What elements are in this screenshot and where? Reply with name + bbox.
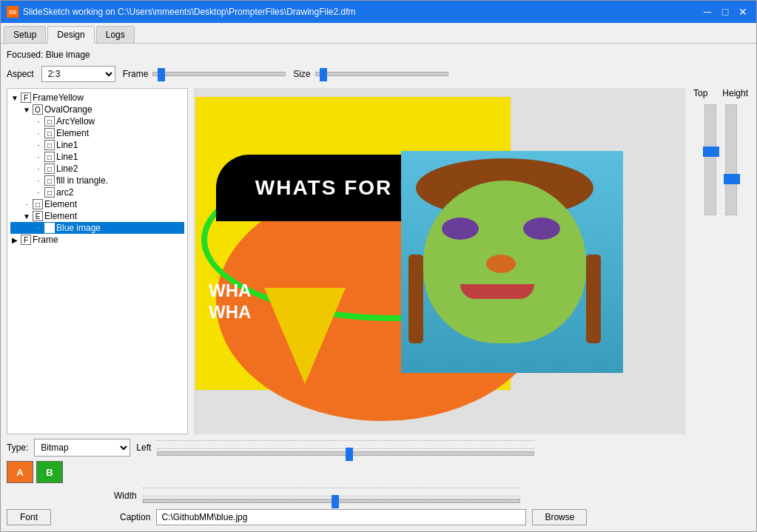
type-label: Type: [7, 442, 28, 453]
top-slider-track[interactable] [704, 104, 716, 215]
tree-item-element2[interactable]: · □ Element [10, 198, 184, 210]
tree-icon-line1a: □ [44, 140, 55, 150]
tree-item-arcyellow[interactable]: · □ ArcYellow [10, 115, 184, 127]
bottom-row-caption: Font Caption Browse [7, 509, 750, 525]
height-slider[interactable] [725, 104, 737, 215]
left-slider[interactable] [157, 451, 534, 456]
tree-item-blueimage[interactable]: · □ Blue image [10, 222, 184, 234]
height-slider-track[interactable] [725, 104, 737, 215]
tree-item-line1b[interactable]: · □ Line1 [10, 151, 184, 163]
tree-label-line1b: Line1 [56, 152, 78, 162]
tree-item-line1a[interactable]: · □ Line1 [10, 139, 184, 151]
left-slider-area [157, 440, 750, 456]
top-slider-thumb[interactable] [703, 147, 719, 157]
width-slider-thumb[interactable] [332, 495, 339, 508]
frame-label: Frame [123, 69, 149, 79]
tree-toggle-blueimage: · [34, 223, 43, 232]
tree-icon-line1b: □ [44, 152, 55, 162]
tab-design[interactable]: Design [47, 26, 94, 44]
tree-item-line2[interactable]: · □ Line2 [10, 163, 184, 175]
bottom-row-width: Width [7, 488, 750, 503]
tree-icon-ovalorange: O [33, 104, 43, 115]
color-b-button[interactable]: B [36, 461, 63, 483]
font-button[interactable]: Font [7, 509, 51, 525]
tree-item-frame[interactable]: ▶ F Frame [10, 234, 184, 246]
width-label: Width [114, 491, 137, 501]
tree-toggle-frameyellow[interactable]: ▼ [10, 93, 19, 102]
tree-label-element3: Element [44, 211, 77, 221]
top-controls-row: Aspect 2:3 4:3 16:9 1:1 Frame Size [7, 66, 750, 82]
tree-label-frameyellow: FrameYellow [33, 92, 84, 103]
browse-button[interactable]: Browse [532, 509, 587, 525]
aspect-select[interactable]: 2:3 4:3 16:9 1:1 [41, 66, 115, 82]
triangle-yellow [264, 288, 346, 384]
main-window: SS SlideSketch working on C:\Users\mmeen… [0, 0, 757, 532]
size-slider-thumb[interactable] [320, 68, 327, 81]
portrait-eye-left [442, 218, 479, 240]
width-slider[interactable] [143, 499, 520, 503]
canvas-area: WHATS FOR BREAKFAST WHA WHA [194, 88, 685, 434]
tree-label-element1: Element [56, 128, 89, 138]
vertical-sliders [704, 104, 737, 215]
canvas-content: WHATS FOR BREAKFAST WHA WHA [194, 95, 623, 434]
tree-label-frame: Frame [33, 235, 58, 245]
tree-item-ovalorange[interactable]: ▼ O OvalOrange [10, 104, 184, 115]
tree-label-blueimage: Blue image [56, 223, 101, 233]
tree-toggle-ovalorange[interactable]: ▼ [22, 105, 31, 114]
tree-toggle-frame[interactable]: ▶ [10, 235, 19, 244]
tree-item-element3[interactable]: ▼ E Element [10, 210, 184, 222]
title-bar-left: SS SlideSketch working on C:\Users\mmeen… [7, 6, 356, 18]
maximize-button[interactable]: □ [718, 4, 733, 19]
top-slider-label: Top [693, 88, 707, 98]
minimize-button[interactable]: ─ [700, 4, 715, 19]
left-slider-thumb[interactable] [346, 448, 353, 461]
tree-label-filltriangle: fill in triangle. [56, 175, 108, 186]
tree-item-filltriangle[interactable]: · □ fill in triangle. [10, 175, 184, 186]
tree-toggle-line1b: · [34, 152, 43, 161]
body-row: ▼ F FrameYellow ▼ O OvalOrange · □ ArcYe… [7, 88, 750, 434]
color-a-button[interactable]: A [7, 461, 33, 483]
tree-toggle-element1: · [34, 129, 43, 138]
frame-slider-thumb[interactable] [158, 68, 165, 81]
height-slider-thumb[interactable] [724, 174, 740, 184]
size-slider[interactable] [315, 72, 448, 76]
size-label: Size [293, 69, 310, 79]
close-button[interactable]: ✕ [736, 4, 750, 19]
orange-text-line1: WHA [209, 280, 251, 302]
width-slider-area [143, 488, 750, 503]
tree-icon-arc2: □ [44, 187, 55, 198]
content-area: Focused: Blue image Aspect 2:3 4:3 16:9 … [1, 44, 756, 531]
focused-label: Focused: Blue image [7, 50, 750, 60]
tree-label-element2: Element [44, 199, 77, 209]
type-select[interactable]: Bitmap Text Shape Line [34, 439, 130, 457]
portrait-painting [401, 151, 623, 373]
tree-item-element1[interactable]: · □ Element [10, 127, 184, 139]
tree-icon-line2: □ [44, 164, 55, 174]
ab-buttons-area: A B [7, 461, 114, 483]
frame-slider-group: Frame [123, 69, 286, 79]
height-slider-label: Height [722, 88, 748, 98]
caption-input[interactable] [156, 509, 526, 525]
tree-toggle-arcyellow: · [34, 117, 43, 126]
tree-panel[interactable]: ▼ F FrameYellow ▼ O OvalOrange · □ ArcYe… [7, 88, 188, 434]
tree-toggle-element3[interactable]: ▼ [22, 212, 31, 220]
frame-slider[interactable] [152, 72, 286, 76]
bottom-controls: Type: Bitmap Text Shape Line Left [7, 434, 750, 525]
tree-icon-blueimage: □ [44, 223, 55, 233]
tab-logs[interactable]: Logs [96, 26, 135, 43]
tree-item-frameyellow[interactable]: ▼ F FrameYellow [10, 92, 184, 104]
tree-label-line1a: Line1 [56, 140, 78, 150]
top-slider[interactable] [704, 104, 716, 215]
tree-icon-element2: □ [33, 199, 43, 209]
bottom-row-ab: A B [7, 461, 750, 483]
portrait-mouth [460, 284, 534, 299]
tree-icon-element1: □ [44, 128, 55, 138]
title-bar-controls: ─ □ ✕ [700, 4, 750, 19]
tab-setup[interactable]: Setup [4, 26, 46, 43]
right-sliders-panel: Top Height [691, 88, 750, 434]
aspect-label: Aspect [7, 69, 34, 79]
tree-icon-element3: E [33, 211, 43, 221]
tree-item-arc2[interactable]: · □ arc2 [10, 186, 184, 198]
tree-toggle-line1a: · [34, 141, 43, 149]
tree-label-line2: Line2 [56, 164, 78, 174]
